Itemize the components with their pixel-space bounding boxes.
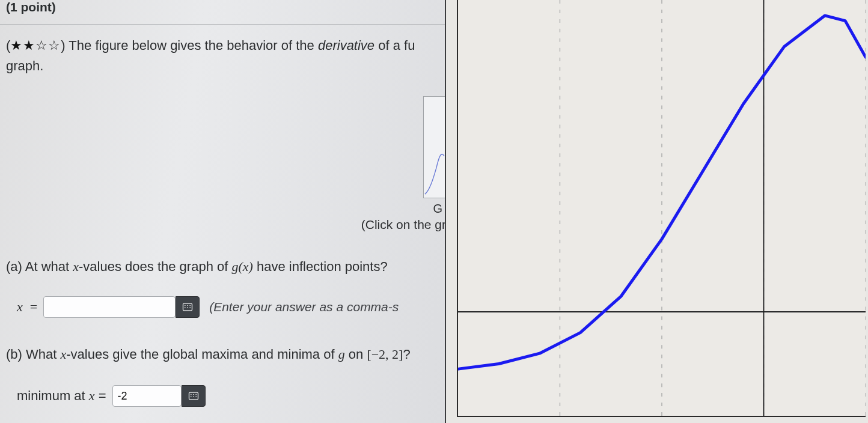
keypad-button[interactable]: [182, 385, 206, 407]
question-panel: (1 point) (★★☆☆) The figure below gives …: [0, 0, 445, 423]
minimum-answer-input[interactable]: [112, 385, 182, 407]
interval: [−2, 2]: [367, 347, 403, 362]
keypad-icon: [182, 301, 194, 313]
graph-click-hint: (Click on the gr: [361, 218, 446, 232]
question-intro-line2: graph.: [6, 56, 434, 76]
part-a-input-row: x = (Enter your answer as a comma-s: [17, 296, 434, 318]
minimum-label: minimum at x =: [17, 388, 106, 404]
g-of-x: g(x): [231, 259, 252, 274]
keypad-icon: [188, 390, 200, 402]
minimum-input-row: minimum at x =: [17, 385, 434, 407]
graph-panel: [445, 0, 868, 423]
graph-label-g: G: [433, 202, 442, 216]
derivative-plot: [458, 0, 866, 416]
plot-frame[interactable]: [457, 0, 866, 417]
part-a-answer-input[interactable]: [43, 296, 176, 318]
keypad-button[interactable]: [176, 296, 200, 318]
part-a-question: (a) At what x-values does the graph of g…: [6, 257, 434, 277]
stars-outline: ☆☆: [35, 38, 61, 53]
x-label: x: [17, 299, 23, 315]
part-b-question: (b) What x-values give the global maxima…: [6, 344, 434, 365]
divider: [0, 24, 445, 25]
part-a-hint: (Enter your answer as a comma-s: [209, 300, 399, 314]
derivative-word: derivative: [318, 38, 374, 53]
points-header: (1 point): [6, 0, 434, 20]
question-intro: (★★☆☆) The figure below gives the behavi…: [6, 35, 434, 56]
equals-sign: =: [30, 299, 37, 315]
stars-filled: ★★: [10, 38, 35, 53]
graph-thumbnail[interactable]: [423, 96, 446, 198]
